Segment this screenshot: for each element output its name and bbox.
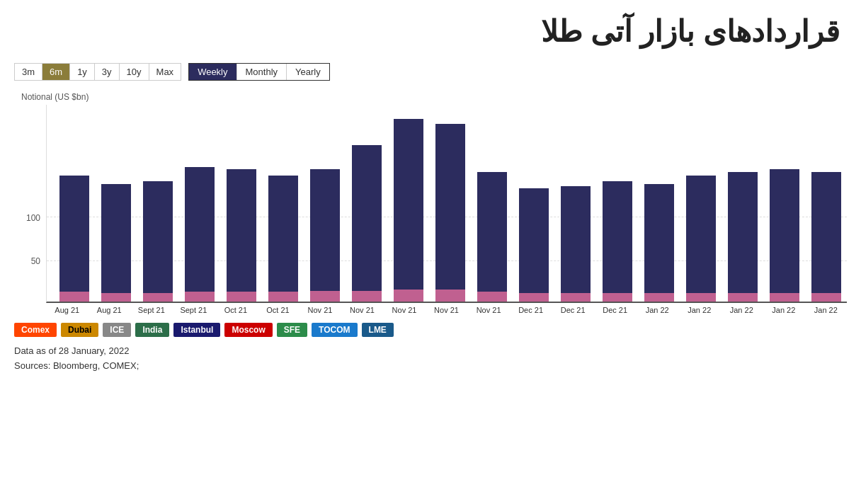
bar-top	[811, 172, 841, 293]
legend-item-ice[interactable]: ICE	[103, 323, 131, 337]
legend-item-dubai[interactable]: Dubai	[61, 323, 98, 337]
bar-top	[59, 176, 89, 292]
x-label: Jan 22	[721, 306, 763, 314]
bar-stack	[686, 176, 716, 302]
bar-stack	[268, 176, 298, 302]
bar-group	[765, 105, 805, 302]
bar-group	[514, 105, 554, 302]
bar-bottom	[394, 290, 423, 302]
x-label: Nov 21	[299, 306, 341, 314]
controls-bar: 3m 6m 1y 3y 10y Max Weekly Monthly Yearl…	[14, 63, 847, 81]
bar-bottom	[310, 291, 340, 302]
bar-top	[101, 184, 131, 293]
bar-top	[185, 167, 215, 292]
x-label: Sept 21	[130, 306, 173, 314]
bar-stack	[435, 124, 465, 302]
bar-stack	[101, 184, 131, 302]
time-btn-3m[interactable]: 3m	[15, 64, 42, 80]
bar-stack	[59, 176, 89, 302]
x-label: Jan 22	[678, 306, 721, 314]
bar-stack	[644, 184, 674, 302]
data-as-of: Data as of 28 January, 2022	[14, 345, 847, 356]
bar-group	[723, 105, 763, 302]
bar-top	[686, 176, 716, 293]
bar-group	[179, 105, 219, 302]
bar-stack	[728, 172, 758, 302]
legend-item-tocom[interactable]: TOCOM	[312, 323, 357, 337]
bar-top	[519, 188, 549, 293]
y-tick-50: 50	[31, 256, 40, 266]
bar-stack	[519, 188, 549, 302]
legend-item-comex[interactable]: Comex	[14, 323, 57, 337]
bar-bottom	[561, 293, 591, 302]
time-btn-10y[interactable]: 10y	[120, 64, 149, 80]
bar-bottom	[811, 293, 841, 302]
bar-bottom	[477, 292, 507, 302]
legend-item-lme[interactable]: LME	[362, 323, 394, 337]
time-period-group: 3m 6m 1y 3y 10y Max	[14, 63, 181, 81]
time-btn-3y[interactable]: 3y	[95, 64, 120, 80]
bar-stack	[394, 119, 423, 302]
bar-group	[639, 105, 680, 302]
y-tick-100: 100	[26, 213, 40, 223]
bar-stack	[477, 172, 507, 302]
bar-top	[603, 181, 632, 293]
bar-bottom	[686, 293, 716, 302]
bar-top	[477, 172, 507, 292]
bar-bottom	[435, 290, 465, 302]
view-btn-monthly[interactable]: Monthly	[237, 64, 287, 80]
bar-stack	[227, 169, 256, 302]
bar-stack	[310, 169, 340, 302]
bar-top	[310, 169, 340, 291]
bar-bottom	[185, 292, 215, 302]
bar-group	[806, 105, 847, 302]
x-label: Dec 21	[510, 306, 552, 314]
bar-stack	[770, 169, 799, 302]
bar-stack	[561, 186, 591, 302]
bar-bottom	[227, 292, 256, 302]
time-btn-1y[interactable]: 1y	[70, 64, 95, 80]
bar-stack	[143, 181, 173, 302]
legend-item-moscow[interactable]: Moscow	[224, 323, 272, 337]
bar-stack	[811, 172, 841, 302]
bar-bottom	[101, 293, 131, 302]
x-label: Aug 21	[89, 306, 131, 314]
legend-item-sfe[interactable]: SFE	[277, 323, 307, 337]
bar-group	[681, 105, 722, 302]
bar-group	[430, 105, 470, 302]
bar-top	[561, 186, 591, 293]
bar-stack	[185, 167, 215, 302]
bar-group	[472, 105, 512, 302]
bar-top	[227, 169, 256, 292]
time-btn-max[interactable]: Max	[149, 64, 181, 80]
x-label: Jan 22	[763, 306, 805, 314]
bar-bottom	[519, 293, 549, 302]
bar-top	[394, 119, 423, 290]
x-label: Nov 21	[426, 306, 468, 314]
legend-item-istanbul[interactable]: Istanbul	[173, 323, 220, 337]
view-btn-yearly[interactable]: Yearly	[287, 64, 329, 80]
x-axis-labels: Aug 21Aug 21Sept 21Sept 21Oct 21Oct 21No…	[14, 306, 847, 314]
bar-bottom	[603, 293, 632, 302]
bar-bottom	[268, 292, 298, 302]
bar-group	[137, 105, 178, 302]
bar-group	[304, 105, 345, 302]
bar-bottom	[644, 293, 674, 302]
view-btn-weekly[interactable]: Weekly	[189, 64, 236, 80]
bar-stack	[603, 181, 632, 302]
y-axis-label: Notional (US $bn)	[14, 92, 847, 102]
legend-item-india[interactable]: India	[135, 323, 169, 337]
view-group: Weekly Monthly Yearly	[188, 63, 330, 81]
bar-bottom	[770, 293, 799, 302]
bar-group	[263, 105, 303, 302]
bar-top	[352, 145, 382, 291]
bars-container	[54, 105, 847, 302]
x-label: Jan 22	[805, 306, 848, 314]
x-label: Nov 21	[467, 306, 510, 314]
bar-bottom	[143, 293, 173, 302]
bar-group	[54, 105, 94, 302]
bar-bottom	[59, 292, 89, 302]
page-title: قراردادهای بازار آتی طلا	[14, 14, 847, 49]
sources: Sources: Bloomberg, COMEX;	[14, 360, 847, 371]
time-btn-6m[interactable]: 6m	[42, 64, 70, 80]
